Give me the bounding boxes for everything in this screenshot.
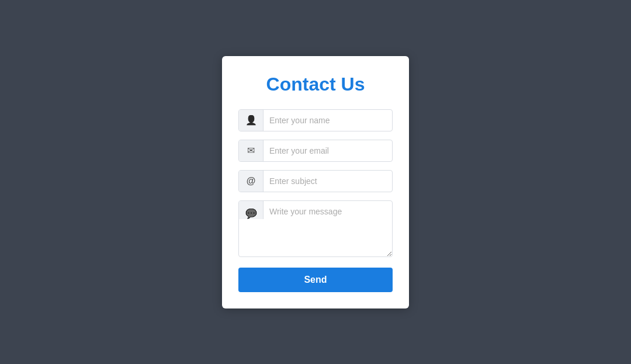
at-icon bbox=[239, 171, 264, 192]
email-input[interactable] bbox=[264, 140, 392, 161]
page-title: Contact Us bbox=[238, 74, 393, 95]
message-input[interactable] bbox=[264, 201, 392, 256]
email-icon bbox=[239, 140, 264, 161]
subject-input[interactable] bbox=[264, 171, 392, 192]
name-field-group bbox=[238, 109, 393, 131]
name-input[interactable] bbox=[264, 110, 392, 131]
message-field-group bbox=[238, 200, 393, 257]
subject-field-group bbox=[238, 170, 393, 192]
email-field-group bbox=[238, 140, 393, 162]
send-button[interactable]: Send bbox=[238, 268, 393, 292]
person-icon bbox=[239, 110, 264, 131]
contact-card: Contact Us Send bbox=[222, 56, 409, 308]
message-icon bbox=[239, 201, 264, 219]
